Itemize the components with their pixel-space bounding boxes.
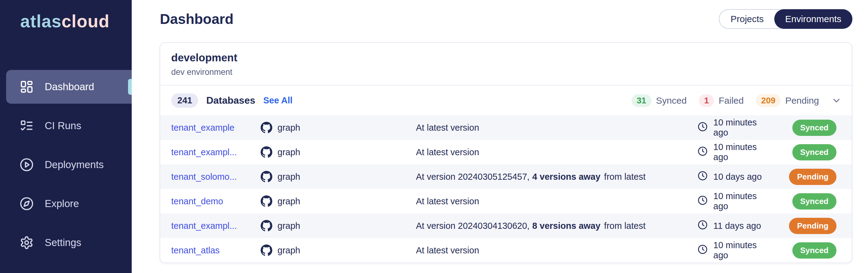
repo-cell: graph	[261, 122, 416, 133]
toggle-projects[interactable]: Projects	[719, 10, 775, 28]
last-sync-cell: 10 minutes ago	[698, 142, 763, 162]
last-sync-cell: 10 minutes ago	[698, 240, 763, 261]
status-badge: Synced	[792, 120, 837, 136]
compass-icon	[20, 197, 34, 211]
last-sync-cell: 11 days ago	[698, 220, 763, 232]
tenant-link[interactable]: tenant_solomo...	[171, 172, 261, 182]
version-suffix: from latest	[604, 172, 645, 182]
repo-name: graph	[278, 221, 300, 231]
github-icon	[261, 244, 272, 256]
version-text: At latest version	[416, 123, 479, 133]
view-toggle: Projects Environments	[719, 9, 852, 29]
repo-name: graph	[278, 123, 300, 133]
play-circle-icon	[20, 158, 34, 172]
databases-table: tenant_example graph At latest version 1…	[160, 115, 852, 263]
table-row: tenant_demo graph At latest version 10 m…	[160, 189, 852, 214]
sidebar-item-settings[interactable]: Settings	[6, 226, 132, 260]
environment-description: dev environment	[171, 67, 841, 77]
status-chip-synced: 31 Synced	[631, 94, 687, 107]
databases-header: 241 Databases See All 31 Synced 1 Failed…	[160, 86, 852, 115]
sidebar-item-label: CI Runs	[45, 120, 81, 132]
last-sync-cell: 10 days ago	[698, 170, 763, 183]
sidebar: atlascloud Dashboard CI Runs Dep	[0, 0, 132, 273]
sidebar-item-explore[interactable]: Explore	[6, 187, 132, 221]
clock-icon	[698, 195, 708, 208]
status-chip-failed: 1 Failed	[699, 94, 744, 107]
status-badge: Pending	[789, 218, 836, 234]
topbar: Dashboard Projects Environments	[132, 0, 868, 29]
brand-logo-atlas: atlas	[20, 11, 62, 31]
synced-count: 31	[631, 94, 651, 107]
last-sync-time: 10 minutes ago	[713, 240, 763, 261]
tenant-link[interactable]: tenant_example	[171, 123, 261, 133]
databases-title: Databases	[206, 95, 255, 106]
github-icon	[261, 195, 272, 207]
repo-cell: graph	[261, 220, 416, 231]
app-window: atlascloud Dashboard CI Runs Dep	[0, 0, 868, 273]
table-row: tenant_example graph At latest version 1…	[160, 115, 852, 140]
brand-logo-cloud: cloud	[62, 11, 110, 31]
page-title: Dashboard	[160, 11, 234, 27]
environment-name: development	[171, 52, 841, 64]
clock-icon	[698, 146, 708, 159]
version-text: At version 20240305125457,	[416, 172, 530, 182]
version-text: At latest version	[416, 245, 479, 255]
gear-icon	[20, 236, 34, 250]
see-all-link[interactable]: See All	[263, 95, 292, 106]
version-cell: At version 20240304130620,8 versions awa…	[416, 221, 698, 231]
repo-name: graph	[278, 245, 300, 255]
tenant-link[interactable]: tenant_exampl...	[171, 221, 261, 231]
toggle-environments[interactable]: Environments	[774, 9, 852, 29]
databases-status-summary: 31 Synced 1 Failed 209 Pending	[631, 94, 842, 107]
dashboard-grid-icon	[20, 80, 34, 94]
tenant-link[interactable]: tenant_atlas	[171, 245, 261, 255]
pending-label: Pending	[785, 95, 819, 106]
status-badge: Synced	[792, 242, 837, 258]
brand-logo: atlascloud	[0, 0, 132, 31]
sidebar-item-ci-runs[interactable]: CI Runs	[6, 109, 132, 143]
last-sync-time: 10 minutes ago	[713, 191, 763, 211]
databases-header-left: 241 Databases See All	[171, 93, 292, 108]
version-cell: At latest version	[416, 196, 698, 207]
table-row: tenant_atlas graph At latest version 10 …	[160, 238, 852, 263]
sidebar-item-label: Deployments	[45, 159, 104, 170]
repo-cell: graph	[261, 195, 416, 207]
version-cell: At latest version	[416, 147, 698, 157]
sidebar-item-deployments[interactable]: Deployments	[6, 148, 132, 182]
version-text: At latest version	[416, 196, 479, 206]
clock-icon	[698, 170, 708, 183]
synced-label: Synced	[656, 95, 687, 106]
chevron-down-icon[interactable]	[831, 95, 842, 106]
failed-count: 1	[699, 94, 714, 107]
version-delta: 4 versions away	[532, 172, 600, 182]
table-row: tenant_exampl... graph At version 202403…	[160, 214, 852, 238]
active-item-indicator	[128, 79, 132, 95]
last-sync-time: 10 minutes ago	[713, 142, 763, 162]
repo-name: graph	[278, 147, 300, 157]
status-badge: Synced	[792, 193, 837, 210]
sidebar-item-dashboard[interactable]: Dashboard	[6, 70, 132, 104]
last-sync-cell: 10 minutes ago	[698, 117, 763, 138]
main-content: Dashboard Projects Environments developm…	[132, 0, 868, 273]
repo-cell: graph	[261, 171, 416, 183]
table-row: tenant_exampl... graph At latest version…	[160, 140, 852, 164]
databases-count-pill: 241	[171, 93, 198, 108]
version-cell: At version 20240305125457,4 versions awa…	[416, 172, 698, 182]
version-cell: At latest version	[416, 245, 698, 255]
last-sync-cell: 10 minutes ago	[698, 191, 763, 211]
tenant-link[interactable]: tenant_exampl...	[171, 147, 261, 157]
repo-cell: graph	[261, 146, 416, 158]
status-badge: Synced	[792, 144, 837, 160]
clock-icon	[698, 244, 708, 257]
repo-name: graph	[278, 172, 300, 182]
version-text: At version 20240304130620,	[416, 221, 530, 231]
environment-card: development dev environment 241 Database…	[160, 42, 852, 263]
environment-card-header: development dev environment	[160, 43, 852, 86]
github-icon	[261, 122, 272, 133]
tenant-link[interactable]: tenant_demo	[171, 196, 261, 207]
version-delta: 8 versions away	[532, 221, 600, 231]
sidebar-item-label: Dashboard	[45, 81, 94, 93]
status-badge: Pending	[789, 169, 836, 185]
pending-count: 209	[756, 94, 781, 107]
version-cell: At latest version	[416, 123, 698, 133]
